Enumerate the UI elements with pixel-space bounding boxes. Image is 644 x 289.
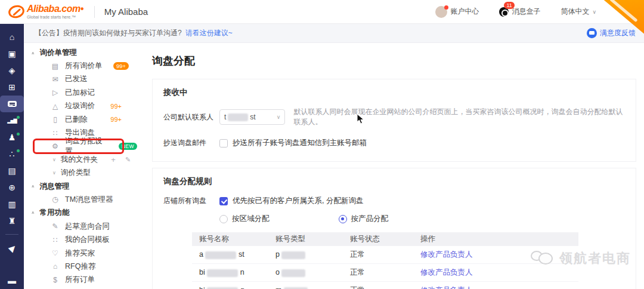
logo-brand: Alibaba.com	[27, 4, 80, 14]
sidebar-menu: ∧ 询价单管理 ▤ 所有询价单 99+ ✉ 已发送 ▷ 已加标记 △ 垃圾询价 …	[24, 43, 137, 289]
add-folder-icon[interactable]: +	[111, 155, 116, 164]
sidebar-item-all-inquiries[interactable]: ▤ 所有询价单 99+	[24, 59, 137, 72]
radio-circle-icon	[219, 215, 228, 223]
radio-by-product[interactable]: 按产品分配	[339, 214, 389, 224]
announcement-link[interactable]: 请看这份建议~	[185, 28, 233, 38]
item-label: TM消息管理器	[65, 195, 113, 205]
feedback-label: 满意度反馈	[600, 28, 636, 38]
sidebar-item-tm-messages[interactable]: ◷ TM消息管理器	[24, 193, 137, 206]
default-contact-label: 公司默认联系人	[163, 112, 211, 122]
alibaba-logo[interactable]: Alibaba.com• Global trade starts here.™	[0, 4, 83, 19]
modify-product-owner-link[interactable]: 修改产品负责人	[420, 286, 473, 289]
item-label: 已发送	[65, 74, 88, 84]
page-title: 询盘分配	[152, 54, 636, 68]
export-squares-icon: ∷	[51, 129, 60, 137]
sidebar-item-rfq-recommend[interactable]: ⌂ RFQ推荐	[24, 260, 137, 273]
envelope-icon: ✉	[51, 75, 60, 84]
announcement-text: 【公告】疫情期间该如何做好与买家订单沟通?	[35, 28, 182, 38]
send-plane-icon[interactable]: ▶	[0, 239, 24, 256]
account-type: p	[275, 250, 280, 259]
group-label: 询价单管理	[40, 48, 78, 58]
strip-divider	[5, 234, 18, 235]
account-name: bi	[199, 286, 205, 289]
table-row: a st p 正常 修改产品负责人	[192, 246, 578, 264]
account-status: 正常	[350, 250, 420, 260]
sidebar-group-message-mgmt[interactable]: ∧ 消息管理	[24, 180, 137, 193]
dollar-icon: $	[51, 276, 60, 284]
sidebar-item-contract-templates[interactable]: ∷ 我的合同模板	[24, 233, 137, 246]
green-dot-badge	[17, 149, 20, 152]
scope-label: 店铺所有询盘	[163, 196, 211, 206]
radio-by-region[interactable]: 按区域分配	[219, 214, 270, 224]
modify-product-owner-link[interactable]: 修改产品负责人	[420, 250, 473, 259]
account-name: bi	[199, 268, 205, 276]
gear-icon: ⚙	[51, 142, 60, 150]
shield-icon[interactable]: ◈	[0, 62, 24, 79]
analytics-icon[interactable]: ▂▅▇	[0, 112, 24, 129]
priority-checkbox[interactable]	[219, 197, 228, 205]
chat-bubble-icon	[8, 101, 17, 107]
blurred-text	[228, 113, 248, 121]
contacts-icon[interactable]: ♟	[0, 129, 24, 146]
accounts-table: 账号名称 账号类型 账号状态 操作 a st p 正常 修改产品负责人 bi n…	[192, 232, 578, 289]
new-badge: NEW	[119, 143, 137, 150]
clipboard-icon[interactable]: ▤	[0, 162, 24, 179]
default-contact-select[interactable]: t st ∨	[219, 109, 285, 125]
language-label: 简体中文	[561, 7, 589, 17]
account-status: 正常	[350, 285, 420, 289]
modify-product-owner-link[interactable]: 修改产品负责人	[420, 268, 473, 276]
group-label: 常用功能	[40, 208, 70, 218]
account-type: m	[275, 286, 281, 289]
item-label: 所有询价单	[65, 61, 103, 71]
sidebar-item-all-orders[interactable]: $ 所有订单	[24, 273, 137, 287]
window-icon[interactable]: ▣	[0, 45, 24, 62]
home-icon[interactable]: ⌂	[0, 29, 24, 45]
sidebar-item-spam[interactable]: △ 垃圾询价 99+	[24, 100, 137, 113]
sidebar-group-inquiry-mgmt[interactable]: ∧ 询价单管理	[24, 46, 137, 59]
globe-icon[interactable]: ⊕	[0, 179, 24, 196]
sidebar-item-my-folders[interactable]: ∨ 我的文件夹 + ✎	[24, 153, 137, 166]
briefcase-icon[interactable]: ▥	[0, 196, 24, 213]
sidebar-item-sent[interactable]: ✉ 已发送	[24, 73, 137, 86]
template-grid-icon: ∷	[51, 236, 60, 244]
blurred-text	[281, 269, 305, 277]
bank-icon[interactable]: ♜	[0, 213, 24, 229]
item-label: 询价类型	[61, 168, 91, 178]
sidebar-item-inquiry-assign-settings[interactable]: ⚙ 询盘分配设置 NEW	[24, 140, 137, 153]
share-network-icon[interactable]: ∴	[0, 146, 24, 162]
chevron-down-icon: ∨	[52, 157, 56, 162]
sidebar-item-draft-contract[interactable]: ✎ 起草意向合同	[24, 220, 137, 233]
sidebar-item-deleted[interactable]: ▯ 已删除 99+	[24, 113, 137, 126]
language-selector[interactable]: 简体中文 ∨	[561, 7, 596, 17]
chevron-down-icon: ∨	[277, 114, 281, 120]
sidebar-item-flagged[interactable]: ▷ 已加标记	[24, 86, 137, 99]
cc-checkbox-label: 抄送所有子账号询盘通知信到主账号邮箱	[233, 138, 367, 148]
account-center-button[interactable]: 账户中心	[435, 6, 479, 18]
chevron-down-icon: ∨	[592, 9, 596, 15]
blurred-text	[207, 269, 238, 277]
select-value-prefix: t	[224, 113, 226, 121]
chevron-up-icon: ∧	[31, 184, 35, 188]
satisfaction-feedback-button[interactable]: 满意度反馈	[587, 28, 636, 38]
message-count-badge: 11	[504, 2, 514, 9]
card-list-icon: ▤	[51, 62, 60, 70]
house-icon: ⌂	[51, 262, 60, 270]
message-box-button[interactable]: 11 消息盒子	[499, 7, 540, 17]
table-header-row: 账号名称 账号类型 账号状态 操作	[192, 232, 578, 246]
sidebar-item-recommended-buyers[interactable]: ♡ 推荐买家	[24, 247, 137, 260]
chevron-up-icon: ∧	[31, 211, 35, 215]
table-row: bi n o 正常 修改产品负责人	[192, 264, 578, 282]
radio-label: 按产品分配	[351, 214, 389, 224]
rules-card: 询盘分配规则 店铺所有询盘 优先按已有的客户所属关系, 分配新询盘 按区域分配 …	[152, 168, 636, 289]
table-row: bi g m 正常 修改产品负责人	[192, 282, 578, 289]
edit-folder-icon[interactable]: ✎	[125, 156, 131, 164]
bottom-partial-icon[interactable]: ▬	[0, 272, 24, 289]
messages-icon[interactable]	[0, 96, 24, 112]
apps-grid-icon[interactable]: ⊞	[0, 79, 24, 96]
flag-icon: ▷	[51, 88, 60, 97]
sidebar-item-inquiry-types[interactable]: ∨ 询价类型	[24, 167, 137, 180]
item-label: 已删除	[65, 115, 88, 125]
cc-checkbox[interactable]	[219, 139, 228, 147]
count-text-badge: 99+	[110, 103, 122, 110]
sidebar-group-common-functions[interactable]: ∧ 常用功能	[24, 207, 137, 220]
